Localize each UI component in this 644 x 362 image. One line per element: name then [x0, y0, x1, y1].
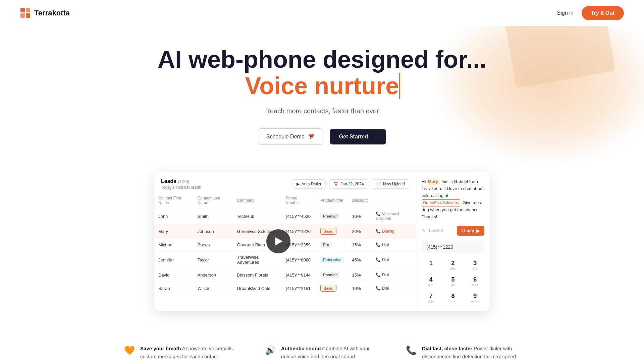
col-action	[372, 193, 416, 208]
dialpad-key[interactable]: 4ghi	[422, 275, 440, 288]
cell-product: Premier	[316, 268, 348, 282]
try-it-out-button[interactable]: Try It Out	[582, 6, 624, 20]
cell-company: TravelWise Adventures	[233, 251, 282, 268]
feature-sound-title: Authentic sound	[281, 346, 321, 351]
play-icon: ▶	[476, 228, 480, 233]
cell-product: Basic	[316, 225, 348, 238]
leads-subtitle: Today's cold call leads	[161, 185, 201, 190]
new-upload-button[interactable]: 📄 New Upload	[372, 179, 409, 189]
speaker-icon: 🔊	[265, 345, 276, 356]
table-header-row: Contact First Name Contact Last Name Com…	[154, 193, 416, 208]
edit-icon[interactable]: ✎	[422, 228, 426, 233]
dialpad-key[interactable]: 7pqs	[422, 291, 440, 304]
dialpad: 12abc3def4ghi5jkl6mno7pqs8tuv9wxyz	[422, 258, 484, 304]
dialpad-key[interactable]: 2abc	[444, 258, 463, 272]
cell-last-name: Wilson	[194, 282, 233, 295]
table-row[interactable]: Jennifer Taylor TravelWise Adventures (4…	[154, 251, 416, 268]
hero-description: Reach more contacts, faster than ever	[13, 107, 631, 115]
logo-icon	[20, 8, 31, 18]
cell-first-name: Mary	[154, 225, 194, 238]
play-icon: ▶	[297, 182, 300, 186]
leads-actions: ▶ Auto Dialer 📅 Jan 29, 2024 📄 New Uploa…	[292, 179, 409, 189]
cell-discount: 15%	[348, 238, 372, 251]
message-company-highlight: GreenEco Solutions	[422, 199, 460, 206]
listen-button[interactable]: Listen ▶	[457, 226, 484, 236]
message-name-highlight: Mary	[427, 178, 439, 185]
cell-last-name: Anderson	[194, 268, 233, 282]
cell-first-name: Michael	[154, 238, 194, 251]
table-row[interactable]: Sarah Wilson UrbanBlend Cafe (415)***219…	[154, 282, 416, 295]
feature-dial-fast: 📞 Dial fast, close faster Power dialer w…	[406, 345, 520, 361]
leads-title: Leads (1/20)	[161, 178, 201, 184]
cell-discount: 20%	[348, 225, 372, 238]
play-button-overlay[interactable]	[266, 229, 290, 253]
message-preview: Hi Mary, this is Gabriel from Terrakotta…	[422, 178, 484, 220]
status-dial[interactable]: 📞 Dial	[376, 257, 412, 262]
nav-right: Sign in Try It Out	[557, 6, 624, 20]
cell-product: Pro	[316, 238, 348, 251]
sign-in-button[interactable]: Sign in	[557, 10, 574, 16]
auto-dialer-button[interactable]: ▶ Auto Dialer	[292, 179, 326, 189]
cell-product: Premier	[316, 208, 348, 225]
dialpad-key[interactable]: 1	[422, 258, 440, 272]
cell-status[interactable]: 📞 Dial	[372, 268, 416, 282]
svg-rect-1	[26, 8, 30, 12]
cell-discount: 15%	[348, 268, 372, 282]
cell-phone: (415)***9144	[282, 268, 317, 282]
cell-status[interactable]: 📞 Voicemail-Dropped	[372, 208, 416, 225]
heart-icon: 🧡	[124, 345, 135, 356]
dialpad-key[interactable]: 3def	[466, 258, 484, 272]
schedule-demo-button[interactable]: Schedule Demo 📅	[258, 128, 323, 145]
calendar-icon: 📅	[308, 133, 315, 140]
cell-status[interactable]: 📞 Dial	[372, 282, 416, 295]
leads-title-group: Leads (1/20) Today's cold call leads	[161, 178, 201, 190]
cell-phone: (415)***2191	[282, 282, 317, 295]
dialpad-key[interactable]: 9wxyz	[466, 291, 484, 304]
phone-fast-icon: 📞	[406, 345, 417, 356]
phone-panel: Hi Mary, this is Gabriel from Terrakotta…	[416, 172, 490, 311]
feature-sound-text: Authentic sound Combine AI with your uni…	[281, 345, 379, 361]
dialpad-key[interactable]: 5jkl	[444, 275, 463, 288]
feature-dial-title: Dial fast, close faster	[422, 346, 472, 351]
cell-first-name: Jennifer	[154, 251, 194, 268]
arrow-right-icon: →	[371, 134, 377, 140]
cell-discount: 10%	[348, 282, 372, 295]
status-dial[interactable]: 📞 Dial	[376, 242, 412, 247]
logo-text: Terrakotta	[34, 9, 70, 17]
dialpad-key[interactable]: 6mno	[466, 275, 484, 288]
status-dialing: 📞 Dialing	[376, 229, 412, 234]
status-voicemail: 📞 Voicemail-Dropped	[376, 212, 412, 221]
cell-company: TechHub	[233, 208, 282, 225]
char-count: 155/400	[428, 228, 454, 233]
cell-discount: 10%	[348, 208, 372, 225]
cell-status[interactable]: 📞 Dialing	[372, 225, 416, 238]
cell-phone: (415)***4520	[282, 208, 317, 225]
table-row[interactable]: David Anderson Blossom Florals (415)***9…	[154, 268, 416, 282]
demo-card: Leads (1/20) Today's cold call leads ▶ A…	[154, 172, 490, 311]
col-last-name: Contact Last Name	[194, 193, 233, 208]
col-company: Company	[233, 193, 282, 208]
hero-title-sub-text: Voice nurture	[245, 73, 399, 99]
feature-dial-text: Dial fast, close faster Power dialer wit…	[422, 345, 520, 361]
get-started-button[interactable]: Get Started →	[330, 129, 386, 144]
cell-phone: (415)***8080	[282, 251, 317, 268]
cell-last-name: Johnson	[194, 225, 233, 238]
feature-save-breath: 🧡 Save your breath AI powered voicemails…	[124, 345, 238, 361]
cell-status[interactable]: 📞 Dial	[372, 251, 416, 268]
play-triangle-icon	[275, 237, 283, 245]
svg-rect-2	[20, 13, 25, 18]
upload-icon: 📄	[376, 182, 381, 186]
col-discount: Discount	[348, 193, 372, 208]
leads-header: Leads (1/20) Today's cold call leads ▶ A…	[154, 178, 416, 193]
status-dial[interactable]: 📞 Dial	[376, 286, 412, 291]
table-row[interactable]: John Smith TechHub (415)***4520 Premier …	[154, 208, 416, 225]
dialpad-key[interactable]: 8tuv	[444, 291, 463, 304]
feature-save-title: Save your breath	[140, 346, 181, 351]
date-button[interactable]: 📅 Jan 29, 2024	[329, 179, 368, 189]
status-dial[interactable]: 📞 Dial	[376, 273, 412, 277]
calendar-icon: 📅	[333, 182, 338, 186]
navbar: Terrakotta Sign in Try It Out	[0, 0, 644, 26]
hero-buttons: Schedule Demo 📅 Get Started →	[13, 128, 631, 145]
cell-first-name: Sarah	[154, 282, 194, 295]
cell-status[interactable]: 📞 Dial	[372, 238, 416, 251]
